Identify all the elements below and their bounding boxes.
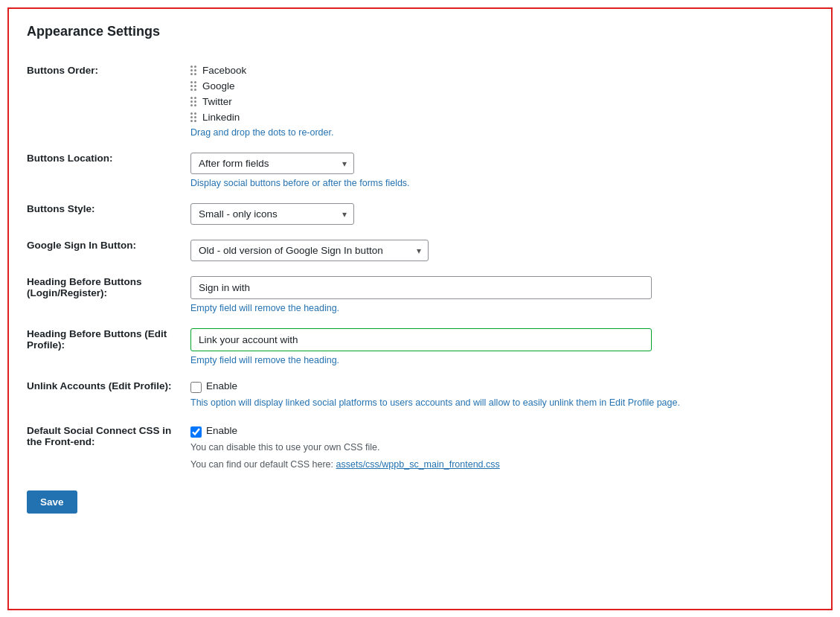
buttons-location-select[interactable]: After form fieldsBefore form fields xyxy=(190,153,354,174)
heading-edit-hint: Empty field will remove the heading. xyxy=(190,355,813,365)
buttons-location-select-wrapper: After form fieldsBefore form fields ▾ xyxy=(190,153,354,174)
save-button[interactable]: Save xyxy=(27,490,77,514)
heading-login-label: Heading Before Buttons (Login/Register): xyxy=(27,269,190,321)
unlink-accounts-checkbox[interactable] xyxy=(190,382,202,393)
buttons-style-row: Buttons Style: Small - only iconsLarge -… xyxy=(27,196,813,232)
unlink-accounts-checkbox-row: Enable xyxy=(190,380,813,393)
drag-item[interactable]: Twitter xyxy=(190,96,813,107)
css-file-link[interactable]: assets/css/wppb_sc_main_frontend.css xyxy=(336,459,500,470)
buttons-order-value: Facebook Google Twitter Linkedin Drag an… xyxy=(190,57,813,145)
heading-edit-row: Heading Before Buttons (Edit Profile): E… xyxy=(27,321,813,373)
default-css-checkbox-label[interactable]: Enable xyxy=(206,425,237,436)
buttons-location-value: After form fieldsBefore form fields ▾ Di… xyxy=(190,145,813,196)
drag-hint: Drag and drop the dots to re-order. xyxy=(190,127,813,138)
heading-edit-value: Empty field will remove the heading. xyxy=(190,321,813,373)
unlink-accounts-label: Unlink Accounts (Edit Profile): xyxy=(27,373,190,418)
unlink-accounts-checkbox-label[interactable]: Enable xyxy=(206,380,237,391)
default-css-desc2: You can find our default CSS here: asset… xyxy=(190,458,813,472)
drag-handle-icon[interactable] xyxy=(190,112,196,122)
heading-edit-input[interactable] xyxy=(190,328,652,351)
heading-login-hint: Empty field will remove the heading. xyxy=(190,303,813,313)
default-css-checkbox[interactable] xyxy=(190,426,202,438)
drag-item-label: Google xyxy=(202,80,235,92)
drag-item[interactable]: Google xyxy=(190,80,813,92)
drag-handle-icon[interactable] xyxy=(190,97,196,106)
buttons-style-select-wrapper: Small - only iconsLarge - icons and text… xyxy=(190,203,354,225)
drag-item-label: Linkedin xyxy=(202,112,240,123)
google-sign-in-select-wrapper: Old - old version of Google Sign In butt… xyxy=(190,240,429,261)
unlink-accounts-row: Unlink Accounts (Edit Profile): Enable T… xyxy=(27,373,813,418)
google-sign-in-select[interactable]: Old - old version of Google Sign In butt… xyxy=(190,240,429,261)
buttons-style-label: Buttons Style: xyxy=(27,196,190,232)
google-sign-in-value: Old - old version of Google Sign In butt… xyxy=(190,232,813,269)
default-css-checkbox-row: Enable xyxy=(190,425,813,438)
unlink-accounts-value: Enable This option will display linked s… xyxy=(190,373,813,418)
google-sign-in-row: Google Sign In Button: Old - old version… xyxy=(27,232,813,269)
settings-table: Buttons Order: Facebook Google Twitter L… xyxy=(27,57,813,479)
buttons-order-row: Buttons Order: Facebook Google Twitter L… xyxy=(27,57,813,145)
buttons-location-hint: Display social buttons before or after t… xyxy=(190,178,813,188)
appearance-settings-panel: Appearance Settings Buttons Order: Faceb… xyxy=(7,7,833,610)
google-sign-in-label: Google Sign In Button: xyxy=(27,232,190,269)
unlink-accounts-description: This option will display linked social p… xyxy=(190,396,813,410)
drag-handle-icon[interactable] xyxy=(190,65,196,75)
buttons-order-label: Buttons Order: xyxy=(27,57,190,145)
buttons-location-label: Buttons Location: xyxy=(27,145,190,196)
heading-edit-label: Heading Before Buttons (Edit Profile): xyxy=(27,321,190,373)
drag-item[interactable]: Linkedin xyxy=(190,112,813,123)
drag-handle-icon[interactable] xyxy=(190,81,196,91)
drag-list: Facebook Google Twitter Linkedin xyxy=(190,65,813,123)
buttons-style-value: Small - only iconsLarge - icons and text… xyxy=(190,196,813,232)
drag-item[interactable]: Facebook xyxy=(190,65,813,76)
default-css-value: Enable You can disable this to use your … xyxy=(190,418,813,479)
page-title: Appearance Settings xyxy=(27,24,813,39)
buttons-style-select[interactable]: Small - only iconsLarge - icons and text… xyxy=(190,203,354,225)
heading-login-row: Heading Before Buttons (Login/Register):… xyxy=(27,269,813,321)
default-css-label: Default Social Connect CSS in the Front-… xyxy=(27,418,190,479)
buttons-location-row: Buttons Location: After form fieldsBefor… xyxy=(27,145,813,196)
heading-login-input[interactable] xyxy=(190,276,652,299)
heading-login-value: Empty field will remove the heading. xyxy=(190,269,813,321)
drag-item-label: Facebook xyxy=(202,65,246,76)
default-css-desc1: You can disable this to use your own CSS… xyxy=(190,441,813,455)
default-css-row: Default Social Connect CSS in the Front-… xyxy=(27,418,813,479)
drag-item-label: Twitter xyxy=(202,96,232,107)
